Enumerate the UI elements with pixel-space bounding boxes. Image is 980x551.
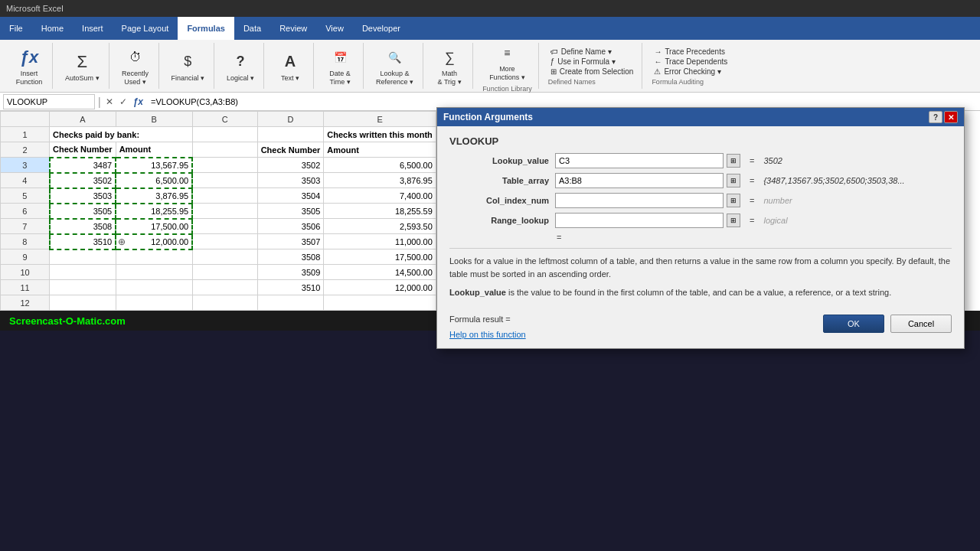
cell-E4[interactable]: 3,876.95 xyxy=(324,173,436,188)
dialog-ok-button[interactable]: OK xyxy=(823,315,884,331)
cell-D4[interactable]: 3503 xyxy=(257,173,324,188)
dialog-close-button[interactable]: ✕ xyxy=(944,111,958,123)
more-functions-button[interactable]: ≡ MoreFunctions ▾ xyxy=(486,39,528,83)
tab-data[interactable]: Data xyxy=(234,17,270,40)
name-box[interactable] xyxy=(3,94,95,109)
cell-A11[interactable] xyxy=(50,280,116,295)
tab-file[interactable]: File xyxy=(0,17,32,40)
cell-B9[interactable] xyxy=(116,249,192,265)
cell-D8[interactable]: 3507 xyxy=(257,234,324,249)
cell-B3[interactable]: 13,567.95 xyxy=(116,158,192,173)
cell-B8[interactable]: 12,000.00 ⊕ xyxy=(116,234,192,249)
cell-B10[interactable] xyxy=(116,265,192,280)
cell-C4[interactable] xyxy=(192,173,257,188)
cell-D2[interactable]: Check Number xyxy=(257,142,324,158)
arg-collapse-lookup-value[interactable]: ⊞ xyxy=(727,154,740,168)
cell-D10[interactable]: 3509 xyxy=(257,265,324,280)
logical-button[interactable]: ? Logical ▾ xyxy=(224,48,257,84)
arg-collapse-range-lookup[interactable]: ⊞ xyxy=(727,214,740,227)
col-header-D[interactable]: D xyxy=(257,112,324,127)
cell-D11[interactable]: 3510 xyxy=(257,280,324,295)
cell-B11[interactable] xyxy=(116,280,192,295)
col-header-A[interactable]: A xyxy=(50,112,116,127)
tab-page-layout[interactable]: Page Layout xyxy=(113,17,178,40)
cell-A2[interactable]: Check Number xyxy=(50,142,116,158)
dialog-cancel-button[interactable]: Cancel xyxy=(890,315,952,331)
tab-view[interactable]: View xyxy=(316,17,353,40)
lookup-reference-button[interactable]: 🔍 Lookup &Reference ▾ xyxy=(373,44,416,88)
function-arguments-dialog[interactable]: Function Arguments ? ✕ VLOOKUP Lookup_va… xyxy=(436,107,965,331)
math-trig-button[interactable]: ∑ Math& Trig ▾ xyxy=(433,44,466,88)
cell-C7[interactable] xyxy=(192,219,257,234)
tab-formulas[interactable]: Formulas xyxy=(178,17,234,40)
cancel-formula-button[interactable]: ✕ xyxy=(104,96,115,108)
cell-C12[interactable] xyxy=(192,295,257,311)
cell-E7[interactable]: 2,593.50 xyxy=(324,219,436,234)
cell-B6[interactable]: 18,255.95 xyxy=(116,204,192,219)
cell-A8[interactable]: 3510 xyxy=(50,234,116,249)
cell-D5[interactable]: 3504 xyxy=(257,188,324,204)
cell-D6[interactable]: 3505 xyxy=(257,204,324,219)
date-time-button[interactable]: 📅 Date &Time ▾ xyxy=(323,44,357,88)
cell-D7[interactable]: 3506 xyxy=(257,219,324,234)
cell-C9[interactable] xyxy=(192,249,257,265)
col-header-E[interactable]: E xyxy=(324,112,436,127)
cell-A4[interactable]: 3502 xyxy=(50,173,116,188)
arg-collapse-table-array[interactable]: ⊞ xyxy=(727,174,740,187)
arg-input-table-array[interactable] xyxy=(555,173,724,188)
insert-function-button[interactable]: ƒx InsertFunction xyxy=(12,44,46,88)
cell-D12[interactable] xyxy=(257,295,324,311)
help-link[interactable]: Help on this function xyxy=(449,330,526,331)
cell-D1[interactable] xyxy=(257,127,324,142)
arg-input-col-index[interactable] xyxy=(555,193,724,208)
cell-A3[interactable]: 3487 xyxy=(50,158,116,173)
formula-input[interactable] xyxy=(148,96,977,107)
arg-collapse-col-index[interactable]: ⊞ xyxy=(727,194,740,207)
cell-B5[interactable]: 3,876.95 xyxy=(116,188,192,204)
create-from-selection-button[interactable]: ⊞ Create from Selection xyxy=(548,67,636,77)
arg-input-lookup-value[interactable] xyxy=(555,153,724,168)
cell-E9[interactable]: 17,500.00 xyxy=(324,249,436,265)
cell-A10[interactable] xyxy=(50,265,116,280)
cell-E1[interactable]: Checks written this month xyxy=(324,127,436,142)
recently-used-button[interactable]: ⏱ RecentlyUsed ▾ xyxy=(119,44,152,88)
col-header-B[interactable]: B xyxy=(116,112,192,127)
cell-C6[interactable] xyxy=(192,204,257,219)
cell-D9[interactable]: 3508 xyxy=(257,249,324,265)
tab-home[interactable]: Home xyxy=(32,17,73,40)
tab-review[interactable]: Review xyxy=(270,17,316,40)
cell-E8[interactable]: 11,000.00 xyxy=(324,234,436,249)
cell-E2[interactable]: Amount xyxy=(324,142,436,158)
confirm-formula-button[interactable]: ✓ xyxy=(118,96,129,108)
dialog-help-button[interactable]: ? xyxy=(929,111,942,123)
cell-E3[interactable]: 6,500.00 xyxy=(324,158,436,173)
cell-A7[interactable]: 3508 xyxy=(50,219,116,234)
cell-E10[interactable]: 14,500.00 xyxy=(324,265,436,280)
cell-A12[interactable] xyxy=(50,295,116,311)
cell-B7[interactable]: 17,500.00 xyxy=(116,219,192,234)
autosum-button[interactable]: Σ AutoSum ▾ xyxy=(62,48,103,84)
cell-A6[interactable]: 3505 xyxy=(50,204,116,219)
cell-C1[interactable] xyxy=(192,127,257,142)
define-name-button[interactable]: 🏷 Define Name ▾ xyxy=(548,47,614,57)
cell-C11[interactable] xyxy=(192,280,257,295)
cell-A5[interactable]: 3503 xyxy=(50,188,116,204)
insert-function-bar-button[interactable]: ƒx xyxy=(132,96,145,108)
financial-button[interactable]: $ Financial ▾ xyxy=(168,48,208,84)
use-in-formula-button[interactable]: ƒ Use in Formula ▾ xyxy=(548,57,618,67)
cell-C10[interactable] xyxy=(192,265,257,280)
error-checking-button[interactable]: ⚠ Error Checking ▾ xyxy=(652,67,723,77)
cell-A9[interactable] xyxy=(50,249,116,265)
tab-insert[interactable]: Insert xyxy=(73,17,113,40)
cell-C5[interactable] xyxy=(192,188,257,204)
cell-C2[interactable] xyxy=(192,142,257,158)
cell-C8[interactable] xyxy=(192,234,257,249)
cell-A1[interactable]: Checks paid by bank: xyxy=(50,127,193,142)
cell-E11[interactable]: 12,000.00 xyxy=(324,280,436,295)
text-button[interactable]: A Text ▾ xyxy=(273,48,307,84)
arg-input-range-lookup[interactable] xyxy=(555,213,724,228)
cell-B2[interactable]: Amount xyxy=(116,142,192,158)
col-header-C[interactable]: C xyxy=(192,112,257,127)
tab-developer[interactable]: Developer xyxy=(353,17,410,40)
trace-dependents-button[interactable]: ← Trace Dependents xyxy=(652,57,730,67)
